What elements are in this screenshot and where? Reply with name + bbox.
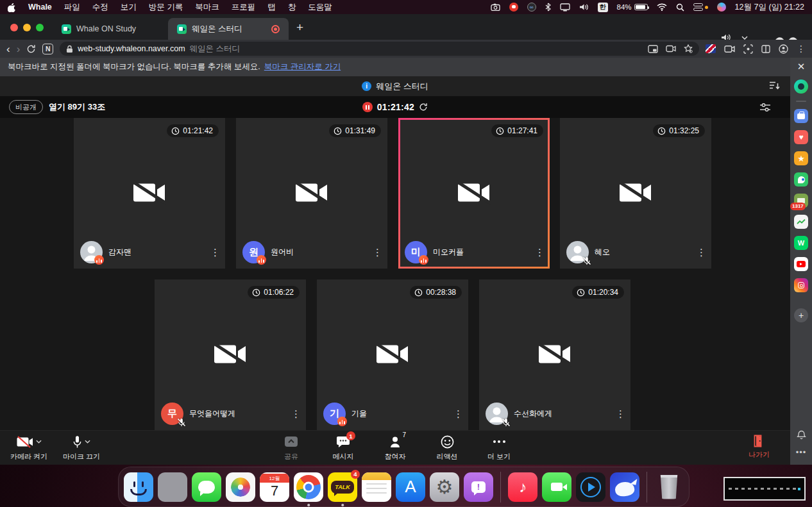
share-button[interactable]: 공유 xyxy=(276,435,307,461)
input-source-indicator[interactable]: 한 xyxy=(598,3,608,12)
split-view-icon[interactable] xyxy=(761,45,770,53)
participant-tile-mueoseul[interactable]: 01:06:22 무 무엇을어떻게 ⋮ xyxy=(155,279,306,430)
dock-facetime-icon[interactable] xyxy=(542,472,571,502)
timer-pause-button[interactable] xyxy=(362,102,373,112)
window-controls[interactable] xyxy=(0,24,53,40)
menu-whale[interactable]: Whale xyxy=(28,3,52,12)
dock-appstore-icon[interactable]: A xyxy=(396,472,425,502)
view-settings-icon[interactable] xyxy=(759,103,771,112)
dock-notes-icon[interactable] xyxy=(362,472,391,502)
leave-button[interactable]: 나가기 xyxy=(749,435,770,460)
close-window-button[interactable] xyxy=(10,24,18,31)
tab-whaleon-study-active[interactable]: 웨일온 스터디 xyxy=(168,18,289,40)
bluetooth-icon[interactable] xyxy=(545,2,551,12)
menu-edit[interactable]: 수정 xyxy=(92,2,108,13)
menu-bookmarks[interactable]: 북마크 xyxy=(195,2,219,13)
sidebar-webtoon-icon[interactable]: W xyxy=(794,236,808,250)
camera-options-chevron-icon[interactable] xyxy=(36,440,42,444)
menu-history[interactable]: 방문 기록 xyxy=(149,2,183,13)
mute-dropdown-chevron-icon[interactable] xyxy=(741,36,748,40)
sidebar-mail-icon[interactable]: 1317 xyxy=(794,194,808,208)
camera-toggle-button[interactable]: 카메라 켜기 xyxy=(10,435,47,461)
new-tab-button[interactable]: + xyxy=(289,21,312,40)
zoom-window-button[interactable] xyxy=(36,24,44,31)
mic-toggle-button[interactable]: 마이크 끄기 xyxy=(63,435,100,461)
participant-tile-miocouple-speaking[interactable]: 01:27:41 미 미오커플 ⋮ xyxy=(398,118,550,269)
apple-menu-icon[interactable] xyxy=(8,2,16,12)
dock-feedback-icon[interactable]: ! xyxy=(464,472,493,502)
dock-media-player-icon[interactable] xyxy=(576,472,605,502)
menu-window[interactable]: 창 xyxy=(288,2,296,13)
dock-photos-icon[interactable] xyxy=(226,472,255,502)
dock-launchpad-icon[interactable] xyxy=(158,472,187,502)
tab-whale-on-study[interactable]: Whale ON Study xyxy=(53,18,168,40)
browser-menu-icon[interactable]: ⋮ xyxy=(797,44,806,54)
reaction-button[interactable]: 리액션 xyxy=(432,435,462,461)
menu-file[interactable]: 파일 xyxy=(64,2,80,13)
dock-music-icon[interactable]: ♪ xyxy=(508,472,537,502)
sidebar-close-icon[interactable]: ✕ xyxy=(797,62,806,71)
sidebar-workspace-icon[interactable] xyxy=(794,109,808,123)
tile-more-menu-icon[interactable]: ⋮ xyxy=(535,247,545,258)
translate-extension-icon[interactable] xyxy=(706,44,716,53)
whale-logo-icon[interactable] xyxy=(794,79,808,94)
profile-icon[interactable] xyxy=(779,44,788,54)
screen-capture-icon[interactable] xyxy=(491,2,500,12)
menu-profile[interactable]: 프로필 xyxy=(232,2,256,13)
control-center-icon[interactable] xyxy=(693,3,708,11)
participants-button[interactable]: 7 참여자 xyxy=(380,435,410,461)
forward-button[interactable]: › xyxy=(17,44,21,54)
creative-cloud-icon[interactable]: ∞ xyxy=(527,3,536,12)
touchbar-preview-window[interactable] xyxy=(723,477,806,501)
info-icon[interactable]: i xyxy=(362,81,371,91)
sidebar-youtube-icon[interactable] xyxy=(794,257,808,271)
tile-more-menu-icon[interactable]: ⋮ xyxy=(453,408,463,420)
back-button[interactable]: ‹ xyxy=(6,44,10,54)
bookmark-bell-icon[interactable] xyxy=(684,44,693,53)
display-icon[interactable] xyxy=(560,2,570,12)
mic-options-chevron-icon[interactable] xyxy=(85,440,90,444)
participant-tile-hyeo[interactable]: 01:32:25 혜오 ⋮ xyxy=(560,118,711,269)
menu-tab[interactable]: 탭 xyxy=(267,2,276,13)
message-button[interactable]: 1 메시지 xyxy=(328,435,359,461)
dock-finder-icon[interactable] xyxy=(124,472,153,502)
bookmark-manager-link[interactable]: 북마크 관리자로 가기 xyxy=(264,62,341,72)
timer-refresh-icon[interactable] xyxy=(419,103,428,112)
menu-help[interactable]: 도움말 xyxy=(308,2,332,13)
video-call-icon[interactable] xyxy=(666,45,676,53)
sidebar-favorites-icon[interactable]: ♥ xyxy=(794,130,808,144)
sidebar-papago-icon[interactable] xyxy=(794,172,808,187)
spotlight-icon[interactable] xyxy=(676,2,684,12)
tile-more-menu-icon[interactable]: ⋮ xyxy=(291,408,301,420)
tile-more-menu-icon[interactable]: ⋮ xyxy=(373,247,382,258)
dock-trash-icon[interactable] xyxy=(654,472,684,502)
more-button[interactable]: 더 보기 xyxy=(484,435,514,461)
menubar-clock[interactable]: 12월 7일 (일) 21:22 xyxy=(735,2,804,13)
kakaotalk-status-icon[interactable] xyxy=(509,3,518,12)
tile-more-menu-icon[interactable]: ⋮ xyxy=(210,247,220,258)
tile-more-menu-icon[interactable]: ⋮ xyxy=(697,247,706,258)
dock-calendar-icon[interactable]: 12월 7 xyxy=(260,472,289,502)
reload-button[interactable] xyxy=(26,44,36,54)
notification-bell-icon[interactable] xyxy=(797,430,806,440)
menu-view[interactable]: 보기 xyxy=(121,2,137,13)
participant-tile-gamjaman[interactable]: 01:21:42 감자맨 ⋮ xyxy=(74,118,225,269)
camera-extension-icon[interactable] xyxy=(724,45,735,53)
url-field[interactable]: web-study.whaleon.naver.com 웨일온 스터디 xyxy=(60,42,699,56)
battery-indicator[interactable]: 84% xyxy=(617,3,648,11)
sidebar-bookmarks-icon[interactable]: ★ xyxy=(794,151,808,165)
sidebar-instagram-icon[interactable] xyxy=(794,278,808,292)
picture-in-picture-icon[interactable] xyxy=(648,45,658,53)
participant-tile-giul[interactable]: 00:28:38 기 기울 ⋮ xyxy=(317,279,468,430)
sort-icon[interactable] xyxy=(769,81,780,90)
tile-more-menu-icon[interactable]: ⋮ xyxy=(616,408,625,420)
sidebar-add-icon[interactable]: + xyxy=(794,308,808,322)
siri-icon[interactable] xyxy=(717,3,726,12)
participant-tile-woneobi[interactable]: 01:31:49 원 원어비 ⋮ xyxy=(236,118,387,269)
dock-chrome-icon[interactable] xyxy=(294,472,323,502)
sidebar-stocks-icon[interactable] xyxy=(794,215,808,229)
capture-tool-icon[interactable] xyxy=(743,44,753,54)
sidebar-more-icon[interactable]: ••• xyxy=(796,447,807,457)
wifi-icon[interactable] xyxy=(657,2,667,12)
dock-whale-icon[interactable] xyxy=(610,472,639,502)
